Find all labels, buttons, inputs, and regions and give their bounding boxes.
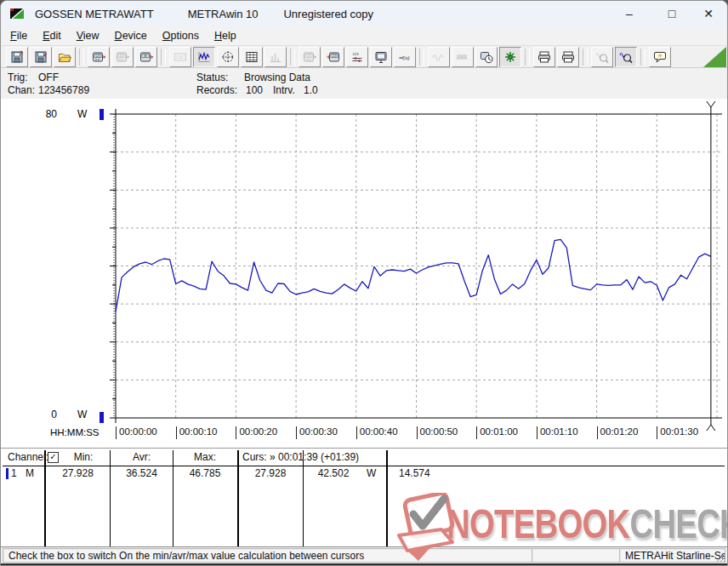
bargraph-view-icon xyxy=(269,50,282,64)
svg-text:!?: !? xyxy=(658,54,662,58)
status-hint-panel: Check the box to switch On the min/avr/m… xyxy=(3,548,540,563)
menu-edit[interactable]: Edit xyxy=(35,28,69,43)
time-config-icon xyxy=(480,50,493,64)
device-info-panel: Trig: OFF Chan: 123456789 Status: Browsi… xyxy=(1,68,727,100)
x-tick-label: 00:00:30 xyxy=(296,426,338,439)
status-empty-panel xyxy=(532,548,628,563)
monitor-view-button[interactable] xyxy=(370,47,392,67)
value-min: 27.928 xyxy=(46,467,110,479)
status-label: Status: xyxy=(196,71,228,83)
toolbar-corner-logo xyxy=(703,47,726,67)
svg-text:123: 123 xyxy=(332,54,337,57)
value-cursor-a: 27.928 xyxy=(239,467,302,479)
status-hint-text: Check the box to switch On the min/avr/m… xyxy=(9,550,364,562)
chan-value: 123456789 xyxy=(38,84,89,96)
svg-text:M: M xyxy=(144,54,146,58)
toolbar: 123123M1357123123123=f(x)!? xyxy=(1,46,727,68)
multichannel-button[interactable] xyxy=(499,47,521,67)
wave-expand-icon xyxy=(456,50,469,64)
x-tick-label: 00:00:40 xyxy=(356,426,398,439)
export-button[interactable]: 123 xyxy=(299,47,321,67)
wave-compress-button[interactable] xyxy=(428,47,450,67)
y-unit-bottom: W xyxy=(77,409,87,420)
zoom-in-button[interactable] xyxy=(615,47,637,67)
channel-mode: M xyxy=(26,467,34,479)
maximize-button[interactable]: □ xyxy=(652,1,691,26)
menu-view[interactable]: View xyxy=(69,28,107,43)
title-vendor: GOSSEN METRAWATT xyxy=(35,8,154,20)
title-bar: GOSSEN METRAWATT METRAwin 10 Unregistere… xyxy=(1,1,727,26)
x-tick-label: 00:01:20 xyxy=(597,426,639,439)
y-cursor-top-handle[interactable] xyxy=(100,109,104,120)
hint-button[interactable]: !? xyxy=(649,47,671,67)
y-min-label: 0 xyxy=(45,409,57,420)
channel-config-button[interactable]: 123 xyxy=(346,47,368,67)
table-divider xyxy=(110,450,111,546)
save-as-button[interactable] xyxy=(30,47,52,67)
table-divider xyxy=(173,450,173,546)
save-icon xyxy=(10,50,24,64)
print-icon xyxy=(537,50,551,64)
wave-expand-button[interactable] xyxy=(452,47,474,67)
x-tick-row: 00:00:0000:00:1000:00:2000:00:3000:00:40… xyxy=(1,426,727,440)
menu-help[interactable]: Help xyxy=(207,28,244,43)
device-read-button[interactable]: 123 xyxy=(88,47,110,67)
status-device-panel: METRAHit Starline-Seri xyxy=(619,548,725,563)
menu-device[interactable]: Device xyxy=(107,28,155,43)
formula-button[interactable]: =f(x) xyxy=(394,47,416,67)
table-divider xyxy=(303,450,304,546)
save-button[interactable] xyxy=(6,47,28,67)
app-window: GOSSEN METRAWATT METRAwin 10 Unregistere… xyxy=(0,0,728,566)
cursor-view-icon xyxy=(221,50,235,64)
numeric-view-button[interactable]: 1357 xyxy=(169,47,191,67)
svg-text:123: 123 xyxy=(353,52,360,56)
print-preview-button[interactable] xyxy=(557,47,579,67)
y-cursor-bottom-handle[interactable] xyxy=(100,412,104,423)
print-button[interactable] xyxy=(533,47,555,67)
time-config-button[interactable] xyxy=(475,47,498,67)
x-tick-label: 00:00:50 xyxy=(417,426,458,439)
value-max: 46.785 xyxy=(173,467,236,479)
device-write-button[interactable]: 123 xyxy=(322,47,344,67)
col-header-max: Max: xyxy=(173,451,236,463)
status-device-text: METRAHit Starline-Seri xyxy=(625,550,725,562)
x-tick-label: 00:01:10 xyxy=(537,426,578,439)
minimize-button[interactable]: – xyxy=(610,1,649,26)
bargraph-view-button[interactable] xyxy=(264,47,287,67)
notebookcheck-watermark: NOTEBOOKCHECK xyxy=(446,500,728,547)
col-header-min: Min: xyxy=(57,451,110,463)
numeric-view-icon: 1357 xyxy=(173,50,187,64)
title-app-name: METRAwin 10 xyxy=(188,8,259,20)
toolbar-separator xyxy=(161,49,166,66)
zoom-out-icon xyxy=(595,50,609,64)
col-header-channel: Channel: xyxy=(8,451,48,463)
open-file-icon xyxy=(58,50,71,64)
value-cursor-b: 42.502 xyxy=(304,467,363,479)
device-memory-button[interactable]: M xyxy=(135,47,157,67)
col-header-cursor: Curs: » 00:01:39 (+01:39) xyxy=(242,451,359,463)
monitor-view-icon xyxy=(374,50,388,64)
graph-view-button[interactable] xyxy=(193,47,215,67)
cursor-view-button[interactable] xyxy=(217,47,239,67)
open-file-button[interactable] xyxy=(54,47,76,67)
y-max-label: 80 xyxy=(40,108,57,120)
resize-grip[interactable] xyxy=(715,552,726,563)
device-memory-icon: M xyxy=(139,50,153,64)
zoom-out-button[interactable] xyxy=(591,47,613,67)
multichannel-icon xyxy=(503,50,517,64)
device-read-alt-button[interactable]: 123 xyxy=(111,47,134,67)
toolbar-separator xyxy=(419,49,424,66)
x-tick-label: 00:00:00 xyxy=(116,426,157,439)
export-icon: 123 xyxy=(303,50,316,64)
close-button[interactable]: ✕ xyxy=(689,1,728,26)
menu-options[interactable]: Options xyxy=(155,28,207,43)
svg-text:123: 123 xyxy=(95,54,100,57)
watermark-word2: CHECK xyxy=(629,501,728,546)
svg-text:123: 123 xyxy=(306,54,311,57)
table-header-rule xyxy=(3,466,725,466)
chart-area xyxy=(1,99,727,448)
power-chart xyxy=(1,99,728,448)
menu-file[interactable]: File xyxy=(3,28,35,43)
table-view-button[interactable] xyxy=(241,47,263,67)
title-license: Unregistered copy xyxy=(283,8,373,20)
